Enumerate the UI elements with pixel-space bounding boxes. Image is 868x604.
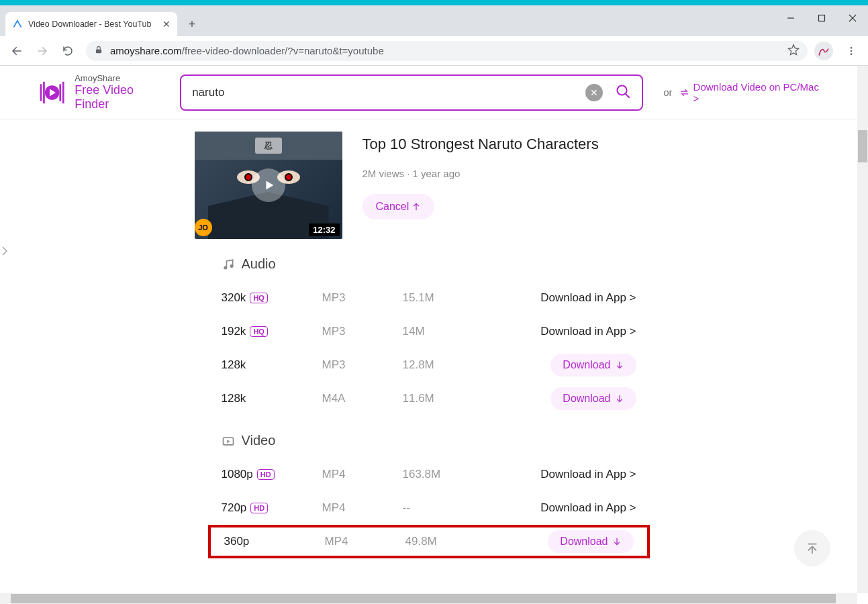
result-card: 忍 JO 12:32 Top 10 Strongest Naruto Chara… <box>195 132 663 558</box>
new-tab-button[interactable]: + <box>183 15 201 34</box>
action-cell: Download in App > <box>530 501 636 515</box>
site-header: AmoyShare Free Video Finder ✕ or Downloa… <box>0 66 857 119</box>
svg-point-16 <box>230 264 233 268</box>
action-cell: Download in App > <box>530 325 636 338</box>
quality-cell: 360p <box>224 535 325 548</box>
arrow-top-icon <box>805 541 820 556</box>
action-cell: Download <box>530 354 636 376</box>
size-cell: 11.6M <box>403 392 530 405</box>
lock-icon <box>94 45 103 56</box>
size-cell: 12.8M <box>403 358 530 372</box>
video-section-title: Video <box>222 433 636 448</box>
svg-rect-4 <box>96 49 101 53</box>
search-icon[interactable] <box>615 83 631 102</box>
format-cell: MP4 <box>322 501 403 515</box>
address-bar[interactable]: amoyshare.com/free-video-downloader/?v=n… <box>86 41 808 61</box>
download-pc-link[interactable]: Download Video on PC/Mac > <box>679 81 820 104</box>
download-in-app-link[interactable]: Download in App > <box>540 325 636 338</box>
video-thumbnail[interactable]: 忍 JO 12:32 <box>195 132 342 239</box>
format-cell: MP3 <box>322 291 403 305</box>
brand-logo-block[interactable]: AmoyShare Free Video Finder <box>38 73 165 111</box>
forward-button[interactable] <box>31 40 54 62</box>
format-cell: MP4 <box>325 535 405 548</box>
profile-avatar[interactable] <box>814 42 833 60</box>
cancel-label: Cancel <box>376 201 409 213</box>
clear-search-button[interactable]: ✕ <box>585 84 603 101</box>
svg-rect-8 <box>40 84 42 101</box>
play-icon <box>252 168 285 202</box>
download-in-app-link[interactable]: Download in App > <box>540 291 636 304</box>
search-box: ✕ <box>180 74 643 111</box>
action-cell: Download in App > <box>530 468 636 481</box>
quality-badge: HD <box>250 503 268 513</box>
arrow-down-icon <box>615 360 624 370</box>
arrow-down-icon <box>612 537 622 546</box>
video-duration: 12:32 <box>309 223 339 236</box>
quality-badge: HQ <box>250 293 268 303</box>
action-cell: Download in App > <box>530 291 636 305</box>
svg-point-6 <box>851 50 853 52</box>
music-note-icon <box>222 258 235 271</box>
search-input[interactable] <box>192 86 585 99</box>
svg-rect-1 <box>819 15 825 21</box>
browser-tab[interactable]: Video Downloader - Best YouTub ✕ <box>5 12 177 36</box>
back-to-top-button[interactable] <box>794 530 830 566</box>
window-minimize-button[interactable] <box>775 5 806 31</box>
video-title: Top 10 Strongest Naruto Characters <box>363 136 663 153</box>
video-section: Video 1080pHDMP4163.8MDownload in App >7… <box>195 433 663 558</box>
video-meta: Top 10 Strongest Naruto Characters 2M vi… <box>363 132 663 239</box>
download-button[interactable]: Download <box>548 530 633 553</box>
side-handle-icon[interactable] <box>1 246 8 259</box>
svg-rect-11 <box>62 81 64 103</box>
svg-rect-9 <box>43 81 45 103</box>
format-cell: MP3 <box>322 325 403 338</box>
svg-point-15 <box>224 266 227 269</box>
vertical-scrollbar[interactable] <box>857 66 868 593</box>
quality-badge: HQ <box>250 326 268 337</box>
format-cell: M4A <box>322 392 403 405</box>
cancel-button[interactable]: Cancel <box>363 194 435 219</box>
quality-cell: 720pHD <box>222 501 322 515</box>
window-titlebar-accent <box>0 0 868 5</box>
download-pc-label: Download Video on PC/Mac > <box>693 81 820 104</box>
page-viewport: AmoyShare Free Video Finder ✕ or Downloa… <box>0 66 857 593</box>
browser-menu-button[interactable] <box>840 46 863 56</box>
window-maximize-button[interactable] <box>806 5 837 31</box>
url-text: amoyshare.com/free-video-downloader/?v=n… <box>110 45 781 56</box>
thumb-plate: 忍 <box>255 138 282 154</box>
size-cell: 15.1M <box>403 291 530 305</box>
video-row: 360pMP449.8MDownload <box>208 525 650 558</box>
svg-rect-10 <box>59 84 61 101</box>
video-header: 忍 JO 12:32 Top 10 Strongest Naruto Chara… <box>195 132 663 239</box>
tab-close-icon[interactable]: ✕ <box>162 19 171 30</box>
size-cell: 49.8M <box>405 535 533 548</box>
back-button[interactable] <box>5 40 28 62</box>
download-button[interactable]: Download <box>550 354 636 376</box>
quality-cell: 320kHQ <box>222 291 322 305</box>
exchange-icon <box>679 87 689 98</box>
brand-name-top: AmoyShare <box>75 73 165 83</box>
or-text: or <box>663 87 672 98</box>
audio-row: 192kHQMP314MDownload in App > <box>222 315 636 348</box>
video-row: 1080pHDMP4163.8MDownload in App > <box>222 458 636 491</box>
download-in-app-link[interactable]: Download in App > <box>540 468 636 481</box>
action-cell: Download <box>533 530 634 553</box>
horizontal-scroll-thumb[interactable] <box>11 594 836 603</box>
download-in-app-link[interactable]: Download in App > <box>540 501 636 514</box>
brand-logo-icon <box>38 77 66 108</box>
thumb-channel-badge: JO <box>195 219 212 236</box>
size-cell: 163.8M <box>403 468 530 481</box>
window-close-button[interactable] <box>837 5 868 31</box>
download-button[interactable]: Download <box>550 387 636 410</box>
svg-point-5 <box>851 47 853 49</box>
reload-button[interactable] <box>56 40 79 62</box>
audio-row: 128kMP312.8MDownload <box>222 348 636 382</box>
quality-cell: 128k <box>222 392 322 405</box>
quality-badge: HD <box>257 469 275 480</box>
window-controls <box>775 5 868 31</box>
vertical-scroll-thumb[interactable] <box>858 130 867 162</box>
brand-name-bottom: Free Video Finder <box>75 83 165 111</box>
format-cell: MP3 <box>322 358 403 372</box>
bookmark-star-icon[interactable] <box>787 44 800 58</box>
horizontal-scrollbar[interactable] <box>0 593 857 604</box>
